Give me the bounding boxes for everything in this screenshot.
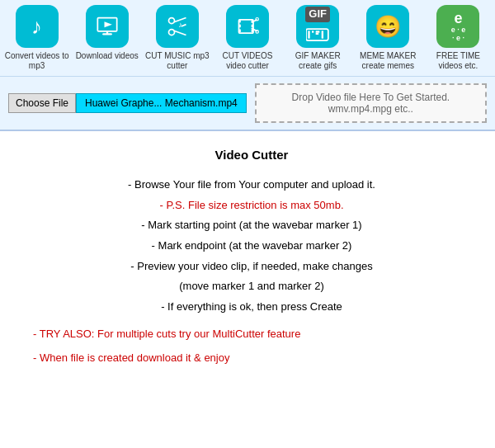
nav-label-cut-music: CUT MUSIC mp3 cutter (144, 51, 210, 71)
svg-rect-25 (316, 33, 319, 35)
file-input-container: Choose File Huawei Graphe... Mechanism.m… (8, 93, 247, 113)
svg-point-5 (168, 18, 174, 24)
cut-videos-icon (226, 5, 269, 48)
svg-rect-26 (322, 31, 323, 38)
nav-item-cut-music[interactable]: ♪ CUT MUSIC mp3 cutter (144, 5, 210, 71)
nav-label-convert-mp3: Convert videos to mp3 (3, 51, 70, 71)
meme-maker-icon: 😄 (366, 5, 409, 48)
svg-point-19 (256, 18, 259, 21)
nav-label-download-videos: Download videos (76, 51, 139, 61)
svg-rect-13 (238, 30, 240, 33)
instruction-7: - If everything is ok, then press Create (33, 297, 470, 318)
svg-rect-11 (238, 20, 240, 22)
convert-mp3-icon: ♪ (16, 5, 59, 48)
free-time-icon: e e · e · e · (436, 5, 479, 48)
try-also-line2: - When file is created download it & enj… (33, 348, 470, 369)
instruction-5: - Preview your video clip, if needed, ma… (33, 257, 470, 277)
choose-file-button[interactable]: Choose File (8, 93, 76, 113)
drop-zone-text: Drop Video file Here To Get Started. wmv… (292, 92, 450, 115)
nav-item-convert-mp3[interactable]: ♪ Convert videos to mp3 (3, 5, 70, 71)
upload-area: Choose File Huawei Graphe... Mechanism.m… (0, 77, 495, 131)
main-content: Video Cutter - Browse Your file from You… (0, 131, 495, 384)
instruction-6: (move marker 1 and marker 2) (33, 276, 470, 297)
svg-rect-22 (308, 31, 309, 38)
file-name-display: Huawei Graphe... Mechanism.mp4 (76, 93, 247, 113)
nav-label-free-time: FREE TIME videos etc. (425, 51, 492, 71)
page-title: Video Cutter (33, 148, 470, 162)
svg-text:♪: ♪ (178, 21, 182, 29)
nav-label-gif-maker: GIF MAKER create gifs (285, 51, 351, 71)
nav-label-cut-videos: CUT VIDEOS video cutter (214, 51, 280, 71)
nav-item-gif-maker[interactable]: GIF GIF MAKER create gifs (285, 5, 351, 71)
download-videos-icon (86, 5, 129, 48)
svg-marker-1 (104, 21, 111, 27)
svg-point-20 (256, 31, 259, 34)
nav-item-meme-maker[interactable]: 😄 MEME MAKER create memes (355, 5, 422, 71)
svg-rect-15 (252, 25, 253, 28)
nav-item-download-videos[interactable]: Download videos (73, 5, 140, 71)
cut-music-icon: ♪ (156, 5, 199, 48)
nav-item-cut-videos[interactable]: CUT VIDEOS video cutter (214, 5, 280, 71)
nav-label-meme-maker: MEME MAKER create memes (355, 51, 422, 71)
try-also-section: - TRY ALSO: For multiple cuts try our Mu… (33, 324, 470, 368)
svg-rect-24 (316, 31, 320, 32)
instruction-list: - Browse Your file from Your computer an… (33, 175, 470, 318)
instruction-4: - Mark endpoint (at the wavebar marker 2… (33, 236, 470, 257)
nav-item-free-time[interactable]: e e · e · e · FREE TIME videos etc. (425, 5, 492, 71)
svg-point-4 (168, 30, 174, 35)
svg-rect-10 (238, 20, 253, 33)
instruction-3: - Mark starting point (at the wavebar ma… (33, 215, 470, 236)
gif-maker-icon: GIF (296, 5, 339, 48)
svg-line-7 (174, 31, 186, 35)
svg-rect-12 (238, 25, 240, 28)
svg-rect-3 (106, 31, 108, 35)
instruction-1: - Browse Your file from Your computer an… (33, 175, 470, 196)
svg-rect-23 (312, 31, 314, 32)
try-also-line1: - TRY ALSO: For multiple cuts try our Mu… (33, 324, 470, 345)
instruction-2: - P.S. File size restriction is max 50mb… (33, 196, 470, 216)
drop-zone[interactable]: Drop Video file Here To Get Started. wmv… (255, 83, 487, 123)
top-nav: ♪ Convert videos to mp3 Download videos (0, 0, 495, 77)
